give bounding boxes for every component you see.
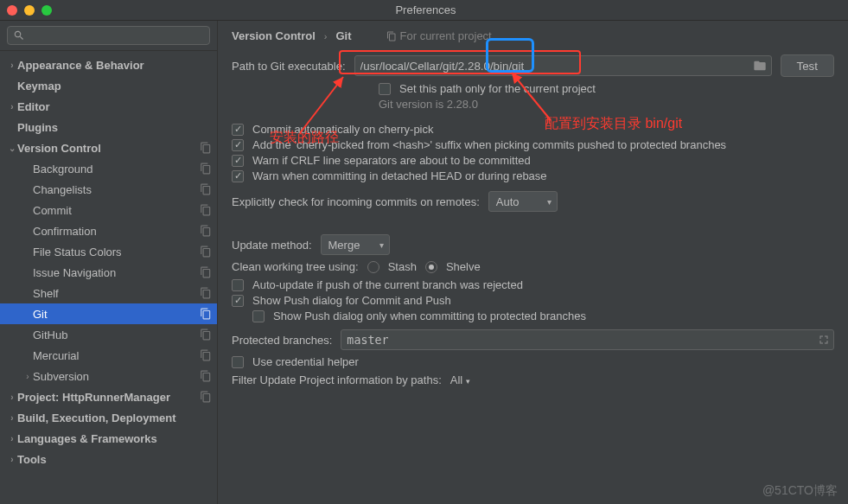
tree-arrow-icon: ›: [7, 102, 17, 112]
sidebar-item-label: Plugins: [17, 121, 212, 134]
search-input[interactable]: [7, 26, 210, 45]
show-push-protected-checkbox[interactable]: [252, 310, 265, 322]
tree-arrow-icon: ›: [7, 434, 17, 443]
traffic-lights: [7, 5, 52, 16]
sidebar-item-label: File Status Colors: [33, 246, 200, 258]
copy-icon: [200, 266, 212, 278]
show-push-checkbox[interactable]: [232, 295, 244, 307]
explicit-check-label: Explicitly check for incoming commits on…: [232, 195, 480, 208]
copy-icon: [200, 370, 212, 382]
set-path-only-label: Set this path only for the current proje…: [399, 82, 596, 95]
tree-arrow-icon: ›: [7, 392, 17, 402]
folder-icon[interactable]: [753, 59, 767, 73]
sidebar-item-git[interactable]: Git: [0, 303, 217, 324]
commit-auto-checkbox[interactable]: [232, 124, 244, 136]
tree-arrow-icon: ⌄: [7, 144, 17, 153]
copy-icon: [200, 349, 212, 361]
chevron-right-icon: ›: [324, 31, 328, 41]
minimize-window-button[interactable]: [24, 5, 35, 16]
protected-branches-input[interactable]: [341, 329, 834, 350]
tree-arrow-icon: ›: [7, 455, 17, 464]
warn-crlf-checkbox[interactable]: [232, 155, 244, 167]
sidebar-item-confirmation[interactable]: Confirmation: [0, 220, 217, 241]
sidebar-item-label: Commit: [33, 204, 200, 217]
sidebar-item-changelists[interactable]: Changelists: [0, 179, 217, 200]
sidebar-item-plugins[interactable]: Plugins: [0, 117, 217, 137]
path-label: Path to Git executable:: [232, 60, 346, 73]
sidebar-item-label: GitHub: [33, 329, 200, 341]
watermark: @51CTO博客: [762, 483, 838, 499]
copy-icon: [200, 391, 212, 403]
sidebar-item-label: Version Control: [17, 142, 200, 155]
sidebar-item-label: Subversion: [33, 370, 200, 383]
protected-label: Protected branches:: [232, 334, 332, 347]
sidebar: ›Appearance & BehaviorKeymap›EditorPlugi…: [0, 21, 218, 504]
copy-icon: [200, 225, 212, 237]
sidebar-item-label: Issue Navigation: [33, 266, 200, 279]
sidebar-item-label: Background: [33, 163, 200, 175]
sidebar-item-project-httprunnermanager[interactable]: ›Project: HttpRunnerManager: [0, 386, 217, 407]
auto-update-checkbox[interactable]: [232, 279, 244, 291]
sidebar-item-label: Git: [33, 308, 200, 321]
settings-tree[interactable]: ›Appearance & BehaviorKeymap›EditorPlugi…: [0, 51, 217, 504]
main-panel: Version Control › Git For current projec…: [218, 21, 848, 504]
breadcrumb-page: Git: [335, 29, 351, 42]
copy-icon: [200, 246, 212, 258]
clean-tree-label: Clean working tree using:: [232, 260, 359, 273]
warn-detached-checkbox[interactable]: [232, 170, 244, 182]
window-title: Preferences: [52, 3, 800, 16]
sidebar-item-label: Editor: [17, 100, 212, 113]
close-window-button[interactable]: [7, 5, 17, 16]
titlebar: Preferences: [0, 0, 848, 21]
sidebar-item-appearance-behavior[interactable]: ›Appearance & Behavior: [0, 54, 217, 75]
sidebar-item-file-status-colors[interactable]: File Status Colors: [0, 241, 217, 262]
filter-value-dropdown[interactable]: All ▾: [450, 373, 470, 386]
sidebar-item-background[interactable]: Background: [0, 158, 217, 179]
copy-icon: [200, 329, 212, 341]
search-icon: [13, 29, 25, 41]
sidebar-item-label: Shelf: [33, 287, 200, 300]
tree-arrow-icon: ›: [7, 61, 17, 70]
update-method-select[interactable]: Merge: [321, 234, 390, 255]
copy-icon: [200, 142, 212, 154]
scope-indicator: For current project: [386, 29, 492, 42]
sidebar-item-label: Tools: [17, 453, 212, 466]
sidebar-item-github[interactable]: GitHub: [0, 324, 217, 345]
sidebar-item-label: Project: HttpRunnerManager: [17, 391, 200, 404]
test-button[interactable]: Test: [781, 54, 834, 77]
sidebar-item-version-control[interactable]: ⌄Version Control: [0, 137, 217, 158]
set-path-only-checkbox[interactable]: [379, 83, 391, 95]
explicit-check-select[interactable]: Auto: [488, 191, 558, 212]
copy-icon: [200, 308, 212, 320]
sidebar-item-tools[interactable]: ›Tools: [0, 449, 217, 469]
copy-icon: [200, 287, 212, 299]
sidebar-item-label: Changelists: [33, 183, 200, 196]
copy-icon: [200, 163, 212, 175]
expand-icon[interactable]: [819, 335, 829, 345]
breadcrumb-section[interactable]: Version Control: [232, 29, 316, 42]
sidebar-item-label: Languages & Frameworks: [17, 432, 212, 445]
git-path-input[interactable]: [354, 55, 772, 76]
git-version-info: Git version is 2.28.0: [379, 98, 478, 111]
cherry-suffix-checkbox[interactable]: [232, 139, 244, 151]
sidebar-item-issue-navigation[interactable]: Issue Navigation: [0, 262, 217, 283]
sidebar-item-keymap[interactable]: Keymap: [0, 75, 217, 96]
sidebar-item-commit[interactable]: Commit: [0, 200, 217, 220]
sidebar-item-mercurial[interactable]: Mercurial: [0, 345, 217, 366]
zoom-window-button[interactable]: [41, 5, 52, 16]
sidebar-item-build-execution-deployment[interactable]: ›Build, Execution, Deployment: [0, 407, 217, 428]
update-method-label: Update method:: [232, 239, 312, 252]
sidebar-item-languages-frameworks[interactable]: ›Languages & Frameworks: [0, 428, 217, 449]
sidebar-item-subversion[interactable]: ›Subversion: [0, 366, 217, 386]
sidebar-item-label: Mercurial: [33, 349, 200, 362]
sidebar-item-label: Keymap: [17, 80, 212, 93]
shelve-radio[interactable]: [425, 261, 437, 273]
stash-radio[interactable]: [367, 261, 379, 273]
copy-icon: [200, 204, 212, 216]
sidebar-item-editor[interactable]: ›Editor: [0, 96, 217, 117]
sidebar-item-label: Confirmation: [33, 225, 200, 238]
sidebar-item-shelf[interactable]: Shelf: [0, 283, 217, 303]
credential-helper-checkbox[interactable]: [232, 356, 244, 368]
sidebar-item-label: Appearance & Behavior: [17, 59, 212, 72]
copy-icon: [386, 31, 397, 41]
